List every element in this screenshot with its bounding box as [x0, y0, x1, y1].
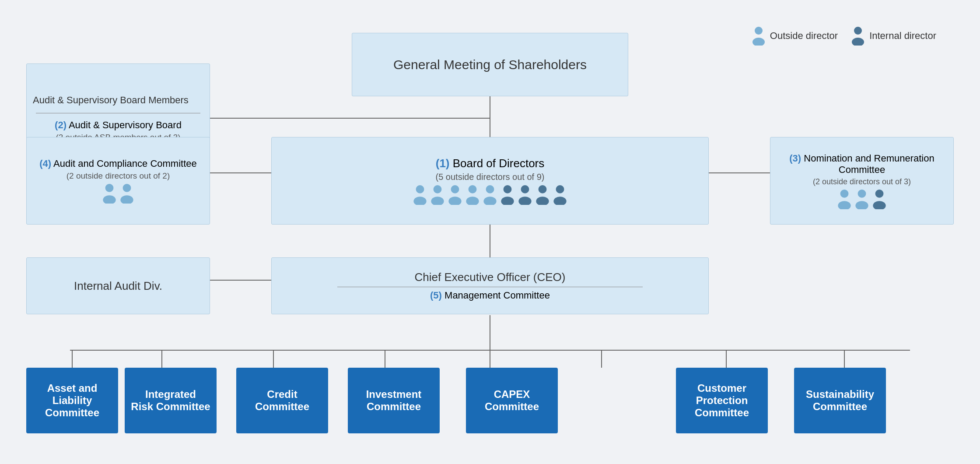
svg-point-3 — [852, 38, 864, 46]
internal-director-legend: Internal director — [851, 26, 936, 46]
integrated-risk-committee-box: Integrated Risk Committee — [125, 368, 217, 433]
svg-point-0 — [755, 27, 763, 35]
audit-compliance-persons — [102, 183, 135, 204]
svg-point-38 — [486, 185, 494, 193]
board-directors-persons — [412, 185, 568, 205]
svg-point-36 — [469, 185, 477, 193]
legend: Outside director Internal director — [752, 26, 936, 46]
svg-point-52 — [875, 190, 884, 198]
ceo-box: Chief Executive Officer (CEO) (5) Manage… — [271, 257, 709, 314]
svg-point-47 — [553, 197, 566, 205]
customer-protection-label: Customer Protection Committee — [695, 382, 749, 419]
svg-point-42 — [521, 185, 529, 193]
audit-compliance-box: (4) Audit and Compliance Committee (2 ou… — [26, 137, 210, 225]
management-label: (5) Management Committee — [430, 290, 550, 301]
audit-compliance-label: (4) Audit and Compliance Committee — [35, 158, 201, 169]
shareholders-title: General Meeting of Shareholders — [393, 57, 587, 72]
capex-committee-box: CAPEX Committee — [466, 368, 558, 433]
board-directors-subtitle: (5 outside directors out of 9) — [435, 172, 544, 182]
svg-point-41 — [501, 197, 514, 205]
svg-point-50 — [858, 190, 866, 198]
credit-label: Credit Committee — [255, 388, 309, 413]
diagram-container: Outside director Internal director — [0, 0, 980, 464]
svg-point-46 — [556, 185, 564, 193]
customer-protection-committee-box: Customer Protection Committee — [676, 368, 768, 433]
integrated-risk-label: Integrated Risk Committee — [131, 388, 210, 413]
svg-point-44 — [539, 185, 547, 193]
svg-point-49 — [838, 201, 850, 209]
svg-point-45 — [536, 197, 549, 205]
svg-point-35 — [448, 197, 461, 205]
asset-liability-committee-box: Asset and Liability Committee — [26, 368, 118, 433]
asb-members-title: Audit & Supervisory Board Members — [27, 90, 195, 110]
svg-point-2 — [854, 27, 862, 35]
internal-audit-box: Internal Audit Div. — [26, 257, 210, 314]
svg-point-51 — [855, 201, 868, 209]
svg-point-40 — [504, 185, 512, 193]
svg-point-32 — [434, 185, 442, 193]
svg-point-43 — [518, 197, 531, 205]
svg-point-28 — [123, 184, 131, 192]
nomination-label: (3) Nomination and Remuneration Committe… — [770, 153, 953, 176]
svg-point-53 — [873, 201, 886, 209]
svg-point-1 — [752, 38, 765, 46]
svg-point-26 — [105, 184, 114, 192]
asb-board-label: (2) Audit & Supervisory Board — [55, 120, 182, 131]
svg-point-33 — [431, 197, 444, 205]
credit-committee-box: Credit Committee — [236, 368, 328, 433]
outside-director-legend: Outside director — [752, 26, 838, 46]
investment-committee-box: Investment Committee — [348, 368, 440, 433]
nomination-subtitle: (2 outside directors out of 3) — [813, 177, 911, 186]
nomination-persons — [836, 189, 887, 209]
asset-liability-label: Asset and Liability Committee — [26, 382, 118, 419]
svg-point-29 — [120, 195, 133, 204]
audit-compliance-subtitle: (2 outside directors out of 2) — [66, 171, 170, 181]
svg-point-27 — [103, 195, 116, 204]
internal-audit-title: Internal Audit Div. — [74, 279, 162, 293]
svg-point-37 — [466, 197, 479, 205]
svg-point-34 — [451, 185, 459, 193]
svg-point-39 — [483, 197, 496, 205]
sustainability-committee-box: Sustainability Committee — [794, 368, 886, 433]
board-directors-label: (1) Board of Directors — [436, 157, 545, 170]
board-directors-box: (1) Board of Directors (5 outside direct… — [271, 137, 709, 225]
sustainability-label: Sustainability Committee — [806, 388, 874, 413]
svg-point-30 — [416, 185, 424, 193]
investment-label: Investment Committee — [366, 388, 422, 413]
nomination-box: (3) Nomination and Remuneration Committe… — [770, 137, 954, 225]
capex-label: CAPEX Committee — [485, 388, 539, 413]
svg-point-31 — [413, 197, 426, 205]
shareholders-box: General Meeting of Shareholders — [352, 33, 628, 96]
ceo-title: Chief Executive Officer (CEO) — [415, 271, 566, 284]
svg-point-48 — [840, 190, 849, 198]
